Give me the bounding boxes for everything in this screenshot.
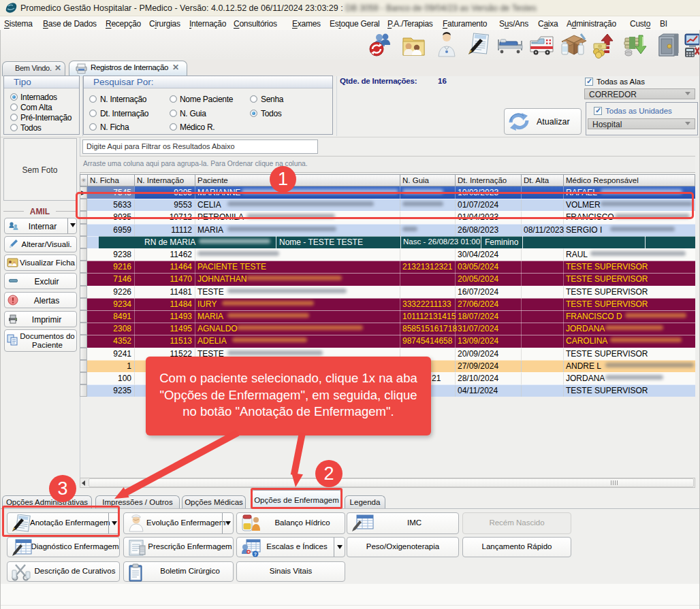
- svg-text:?: ?: [254, 552, 257, 557]
